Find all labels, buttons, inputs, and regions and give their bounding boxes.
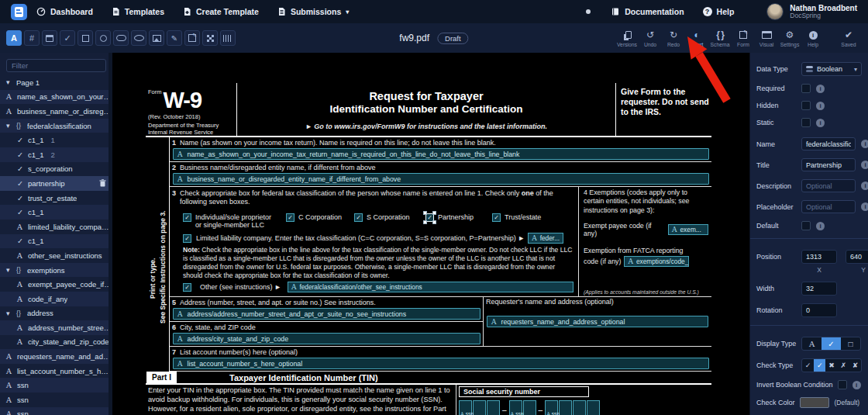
schema-button[interactable]: { } Schema	[708, 29, 732, 47]
redo-button[interactable]: ↻ Redo	[662, 29, 685, 47]
tree-item[interactable]: ✓ s_corporation	[0, 162, 112, 177]
nav-help[interactable]: ? Help	[703, 7, 735, 16]
info-icon[interactable]: i	[816, 102, 825, 110]
qr-code-field-tool[interactable]	[202, 30, 218, 46]
info-icon[interactable]: i	[816, 222, 825, 230]
tree-item-page-1[interactable]: ▾ Page 1	[0, 75, 112, 90]
number-field-tool[interactable]: #	[24, 30, 40, 46]
checkbox-field-tool[interactable]: ✓	[60, 30, 75, 46]
tree-item[interactable]: A name_as_shown_on_your_income_ta...	[0, 90, 112, 105]
tree-item[interactable]: ✓ c1_1 2	[0, 147, 112, 162]
tree-group-federalclassification[interactable]: ▾ {} federalclassification	[0, 119, 112, 133]
description-input[interactable]	[801, 179, 856, 192]
tree-item[interactable]: ✓ c1_1	[0, 234, 112, 249]
tree-item[interactable]: A exempt_payee_code_if_any	[0, 277, 112, 292]
check-type-bold-x[interactable]: ✘	[849, 359, 861, 372]
check-type-heavy-x[interactable]: ✖	[825, 359, 837, 372]
tree-item[interactable]: A address_number_street_and_apt...	[0, 320, 112, 335]
date-field-tool[interactable]	[42, 30, 57, 46]
caret-down-icon[interactable]: ▾	[6, 122, 16, 130]
form-button[interactable]: ✎ Form	[732, 29, 755, 47]
checkbox-overlay[interactable]: ✓	[183, 234, 191, 243]
tree-item[interactable]: ✓ trust_or_estate	[0, 191, 112, 206]
position-x-input[interactable]	[801, 250, 837, 264]
tree-item[interactable]: A code_if_any	[0, 292, 112, 306]
check-color-swatch[interactable]	[800, 397, 829, 408]
ssn-field-group[interactable]: Assn	[545, 400, 600, 415]
caret-down-icon[interactable]: ▾	[6, 310, 16, 317]
check-type-x[interactable]: ✗	[838, 359, 849, 372]
tree-item[interactable]: A limited_liability_company_enter_...	[0, 220, 112, 234]
resize-handle[interactable]	[432, 220, 436, 224]
nav-documentation[interactable]: Documentation	[611, 7, 684, 16]
info-icon[interactable]: i	[861, 140, 868, 148]
field-overlay-city-state-zip[interactable]: Aaddress/city_state_and_zip_code	[173, 333, 480, 344]
ssn-field-group[interactable]: Assn	[459, 400, 500, 415]
ellipse-field-tool[interactable]	[131, 30, 146, 46]
name-input[interactable]	[801, 137, 856, 150]
signature-field-tool[interactable]: ✎	[167, 30, 182, 46]
image-field-tool[interactable]	[149, 30, 164, 46]
data-type-select[interactable]: Boolean ▾	[801, 62, 862, 76]
field-overlay-address[interactable]: Aaddress/address_number_street_and_apt_o…	[173, 308, 480, 320]
display-type-box-option[interactable]: □	[841, 337, 860, 350]
display-type-check-option-selected[interactable]: ✓	[822, 337, 841, 350]
tree-item[interactable]: ✓ c1_1 1	[0, 133, 112, 147]
undo-button[interactable]: ↺ Undo	[639, 29, 662, 47]
initials-field-tool[interactable]: ✎	[184, 30, 200, 46]
tree-item[interactable]: A requesters_name_and_address_optio...	[0, 349, 112, 364]
invert-boolean-checkbox[interactable]	[838, 380, 847, 389]
caret-down-icon[interactable]: ▾	[6, 266, 16, 274]
check-type-check-selected[interactable]: ✓	[814, 359, 825, 372]
width-input[interactable]	[801, 282, 837, 296]
rounded-rect-field-tool[interactable]	[113, 30, 129, 46]
field-overlay-llc-classification[interactable]: Afeder...	[528, 233, 563, 244]
checkbox-overlay[interactable]: ✓	[354, 213, 363, 222]
placeholder-input[interactable]	[801, 200, 856, 213]
info-icon[interactable]: i	[861, 202, 868, 211]
info-icon[interactable]: i	[852, 381, 861, 389]
field-overlay-requester[interactable]: Arequesters_name_and_address_optional	[487, 316, 708, 327]
default-checkbox[interactable]	[801, 221, 811, 230]
static-checkbox[interactable]	[801, 118, 811, 127]
info-icon[interactable]: i	[861, 182, 868, 190]
tree-group-address[interactable]: ▾ {} address	[0, 306, 112, 321]
docspring-logo[interactable]	[11, 4, 27, 20]
filter-input[interactable]	[6, 59, 106, 72]
resize-handle[interactable]	[432, 211, 436, 215]
invert-button[interactable]: ◐ Invert	[685, 29, 708, 47]
square-field-tool[interactable]	[78, 30, 93, 46]
info-icon[interactable]: i	[861, 161, 868, 169]
field-overlay-name[interactable]: Aname_as_shown_on_your_income_tax_return…	[173, 148, 709, 160]
versions-button[interactable]: Versions	[615, 29, 639, 47]
pdf-canvas[interactable]: Print or type. See Specific Instructions…	[112, 53, 749, 415]
caret-down-icon[interactable]: ▾	[6, 78, 16, 86]
tree-item[interactable]: A business_name_or_disregarded_entit...	[0, 104, 112, 119]
barcode-field-tool[interactable]	[220, 30, 236, 46]
field-overlay-exempt-payee[interactable]: Aexem...	[668, 224, 708, 235]
field-overlay-business-name[interactable]: Abusiness_name_or_disregarded_entity_nam…	[173, 173, 709, 185]
checkbox-overlay[interactable]: ✓	[183, 213, 191, 222]
circle-field-tool[interactable]	[95, 30, 111, 46]
user-info[interactable]: Nathan Broadbent DocSpring	[790, 4, 857, 19]
tree-item[interactable]: ✓ c1_1	[0, 205, 112, 220]
checkbox-overlay-selected[interactable]: ✓	[425, 213, 434, 222]
position-y-input[interactable]	[846, 250, 868, 264]
field-overlay-fatca-code[interactable]: Aexemptions/code_i...	[624, 256, 689, 267]
tree-item[interactable]: A list_account_number_s_here_optional	[0, 364, 112, 379]
settings-button[interactable]: ⚙ Settings	[778, 29, 801, 47]
visual-button[interactable]: Visual	[755, 29, 778, 47]
resize-handle[interactable]	[423, 211, 427, 215]
checkbox-overlay[interactable]: ✓	[286, 213, 294, 222]
tree-item[interactable]: A ssn	[0, 407, 112, 415]
tree-item[interactable]: A city_state_and_zip_code	[0, 335, 112, 350]
hidden-checkbox[interactable]	[801, 101, 811, 110]
tree-group-exemptions[interactable]: ▾ {} exemptions	[0, 263, 112, 278]
checkbox-overlay[interactable]: ✓	[492, 213, 501, 222]
required-checkbox[interactable]	[801, 84, 811, 93]
title-input[interactable]	[801, 158, 856, 171]
checkbox-overlay[interactable]: ✓	[183, 283, 191, 292]
nav-create-template[interactable]: Create Template	[183, 7, 259, 16]
user-avatar[interactable]	[766, 3, 784, 20]
tree-item[interactable]: A ssn	[0, 393, 112, 407]
